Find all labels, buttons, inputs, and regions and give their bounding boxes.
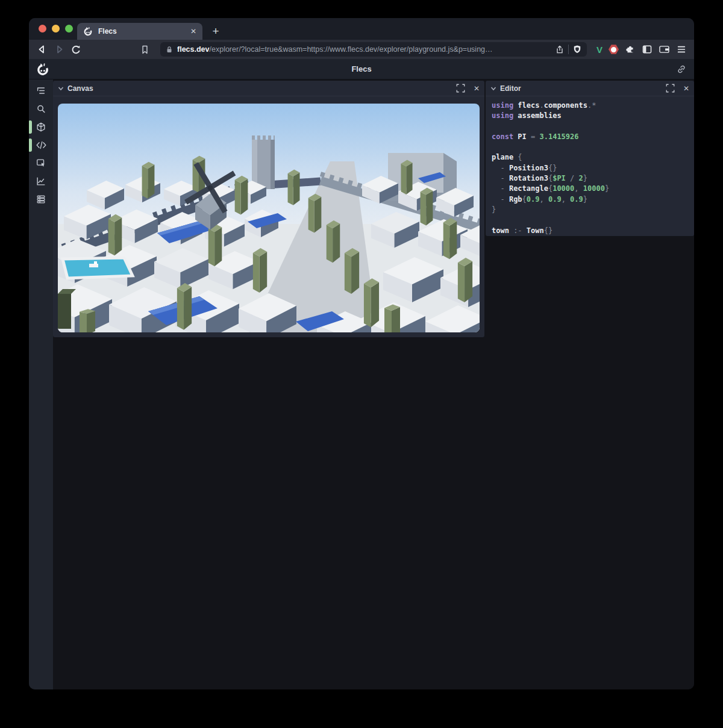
chevron-down-icon[interactable] xyxy=(490,86,496,91)
flecs-logo-icon xyxy=(83,26,93,36)
reload-icon[interactable] xyxy=(67,42,84,57)
active-indicator xyxy=(29,138,32,152)
editor-code[interactable]: using flecs.components.*using assemblies… xyxy=(486,96,694,236)
sidebar-item-data[interactable] xyxy=(29,193,53,206)
wallet-icon[interactable] xyxy=(659,44,670,55)
forward-icon[interactable] xyxy=(51,42,67,57)
panel-title: Editor xyxy=(500,84,662,93)
traffic-lights xyxy=(39,25,73,33)
back-icon[interactable] xyxy=(34,42,51,57)
page-title: Flecs xyxy=(29,64,694,73)
bookmark-icon[interactable] xyxy=(136,42,153,57)
code-icon xyxy=(36,140,47,151)
tool-sidebar xyxy=(29,79,53,689)
new-tab-button[interactable]: + xyxy=(207,23,224,40)
brave-shield-icon[interactable] xyxy=(572,45,582,54)
minimize-window-button[interactable] xyxy=(52,25,60,33)
lock-icon xyxy=(165,45,174,54)
url-text: flecs.dev/explorer/?local=true&wasm=http… xyxy=(177,45,555,54)
zoom-window-button[interactable] xyxy=(65,25,73,33)
sidebar-item-entity-tree[interactable] xyxy=(29,84,53,98)
tab-close-icon[interactable]: ✕ xyxy=(190,27,196,36)
canvas-panel: Canvas ✕ xyxy=(53,81,484,337)
sidebar-item-search[interactable] xyxy=(29,102,53,116)
tab-bar: Flecs ✕ + xyxy=(29,18,694,40)
tab-title: Flecs xyxy=(98,27,190,36)
editor-panel: Editor ✕ using flecs.components.*using a… xyxy=(486,81,694,236)
extension-icons: V xyxy=(596,44,687,55)
navigation-bar: flecs.dev/explorer/?local=true&wasm=http… xyxy=(29,40,694,59)
tree-outline-icon xyxy=(36,86,46,96)
search-icon xyxy=(36,104,46,114)
chevron-down-icon[interactable] xyxy=(58,86,64,91)
town-3d-scene xyxy=(58,104,480,332)
close-icon[interactable]: ✕ xyxy=(683,84,689,93)
share-icon[interactable] xyxy=(555,45,565,54)
close-icon[interactable]: ✕ xyxy=(474,84,480,93)
sidebar-item-inspector[interactable] xyxy=(29,157,53,170)
panel-title: Canvas xyxy=(67,84,452,93)
close-window-button[interactable] xyxy=(39,25,46,33)
canvas-panel-header[interactable]: Canvas ✕ xyxy=(53,81,484,96)
editor-panel-header[interactable]: Editor ✕ xyxy=(486,81,694,96)
fullscreen-icon[interactable] xyxy=(456,84,465,93)
red-hexagon-extension-icon[interactable] xyxy=(609,45,619,55)
app-header: Flecs xyxy=(29,59,694,79)
vue-devtools-icon[interactable]: V xyxy=(596,45,602,55)
app-content: Canvas ✕ xyxy=(29,79,694,689)
sidebar-item-entities[interactable] xyxy=(29,120,53,134)
puzzle-extensions-icon[interactable] xyxy=(625,44,636,55)
sidebar-item-stats[interactable] xyxy=(29,175,53,188)
canvas-3d-viewport[interactable] xyxy=(58,104,480,332)
browser-window: Flecs ✕ + flecs.dev/explorer/?local=true… xyxy=(29,18,694,689)
divider xyxy=(568,45,569,54)
rows-icon xyxy=(36,194,46,205)
cursor-select-icon xyxy=(36,158,46,169)
flecs-logo-icon[interactable] xyxy=(36,63,49,76)
permalink-icon[interactable] xyxy=(676,64,687,75)
sidebar-item-editor[interactable] xyxy=(29,138,53,152)
active-indicator xyxy=(29,120,32,134)
fullscreen-icon[interactable] xyxy=(666,84,675,93)
sidebar-toggle-icon[interactable] xyxy=(642,44,653,55)
panel-area: Canvas ✕ xyxy=(53,79,694,689)
url-bar[interactable]: flecs.dev/explorer/?local=true&wasm=http… xyxy=(160,42,587,57)
menu-icon[interactable] xyxy=(676,45,687,54)
chart-icon xyxy=(36,176,46,187)
tab-flecs[interactable]: Flecs ✕ xyxy=(77,23,202,40)
cube-icon xyxy=(36,122,46,132)
scene-tower xyxy=(252,138,275,189)
